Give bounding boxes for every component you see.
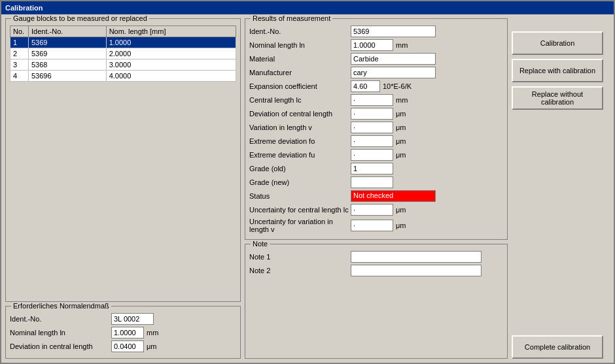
gauge-group: Gauge blocks to be measured or replaced … <box>5 18 241 302</box>
cell-ident: 5369 <box>29 48 107 59</box>
dev-central-unit: μm <box>396 110 406 118</box>
grade-old-label: Grade (old) <box>249 165 351 173</box>
cell-nom: 4.0000 <box>106 71 236 82</box>
grade-new-row: Grade (new) <box>249 176 503 188</box>
normalendmass-inner: Ident.-No. Nominal length ln mm Deviatio… <box>10 313 236 352</box>
grade-old-input[interactable] <box>351 163 393 174</box>
unc-v-row: Uncertainty for variation in length v μm <box>249 218 503 233</box>
cell-nom: 1.0000 <box>106 37 236 48</box>
deviation-input[interactable] <box>111 340 144 352</box>
cell-ident: 5368 <box>29 59 107 71</box>
results-inner: Ident.-No. Nominal length ln mm Material… <box>249 25 503 233</box>
manufacturer-input[interactable] <box>351 67 436 78</box>
extreme-fo-label: Extreme deviation fo <box>249 137 351 145</box>
extreme-fo-unit: μm <box>396 137 406 145</box>
grade-new-input[interactable] <box>351 176 393 188</box>
grade-old-row: Grade (old) <box>249 163 503 174</box>
left-panel: Gauge blocks to be measured or replaced … <box>5 18 241 359</box>
unc-lc-unit: μm <box>396 206 406 214</box>
window-title: Calibration <box>5 4 43 12</box>
ident-row: Ident.-No. <box>10 313 236 325</box>
expansion-unit: 10*E-6/K <box>383 82 412 90</box>
dev-central-input[interactable] <box>351 108 393 120</box>
extreme-fu-row: Extreme deviation fu μm <box>249 149 503 161</box>
note2-row: Note 2 <box>249 265 503 276</box>
res-ident-row: Ident.-No. <box>249 25 503 37</box>
ident-input[interactable] <box>111 313 154 325</box>
complete-button[interactable]: Complete calibration <box>512 335 603 359</box>
extreme-fu-unit: μm <box>396 151 406 159</box>
calibration-button[interactable]: Calibration <box>512 31 603 55</box>
res-nom-row: Nominal length ln mm <box>249 39 503 51</box>
central-length-label: Central length lc <box>249 96 351 104</box>
button-spacer <box>512 114 610 331</box>
replace-with-button[interactable]: Replace with calibration <box>512 59 603 82</box>
deviation-label: Deviation in central length <box>10 342 111 350</box>
note-inner: Note 1 Note 2 <box>249 251 503 276</box>
gauge-group-label: Gauge blocks to be measured or replaced <box>11 14 149 22</box>
col-no: No. <box>10 26 29 37</box>
res-ident-input[interactable] <box>351 25 436 37</box>
nom-length-row: Nominal length ln mm <box>10 327 236 339</box>
note1-label: Note 1 <box>249 253 351 261</box>
note1-input[interactable] <box>351 251 482 263</box>
cell-nom: 3.0000 <box>106 59 236 71</box>
res-nom-input[interactable] <box>351 39 393 51</box>
nom-length-label: Nominal length ln <box>10 329 111 337</box>
cell-no: 4 <box>10 71 29 82</box>
central-length-row: Central length lc mm <box>249 94 503 106</box>
unc-lc-input[interactable] <box>351 204 393 216</box>
deviation-unit: μm <box>147 342 157 350</box>
dev-central-label: Deviation of central length <box>249 110 351 118</box>
main-window: Calibration Gauge blocks to be measured … <box>0 0 615 364</box>
variation-input[interactable] <box>351 122 393 133</box>
manufacturer-row: Manufacturer <box>249 67 503 78</box>
table-row[interactable]: 1 5369 1.0000 <box>10 37 236 48</box>
material-input[interactable] <box>351 53 436 65</box>
nom-length-unit: mm <box>147 329 158 337</box>
deviation-row: Deviation in central length μm <box>10 340 236 352</box>
ident-label: Ident.-No. <box>10 315 111 323</box>
material-row: Material <box>249 53 503 65</box>
table-row[interactable]: 3 5368 3.0000 <box>10 59 236 71</box>
cell-nom: 2.0000 <box>106 48 236 59</box>
manufacturer-label: Manufacturer <box>249 69 351 76</box>
gauge-table: No. Ident.-No. Nom. length [mm] 1 5369 1… <box>10 25 236 82</box>
variation-label: Variation in length v <box>249 124 351 131</box>
replace-without-button[interactable]: Replace without calibration <box>512 86 603 110</box>
right-panel: Results of measurement Ident.-No. Nomina… <box>245 18 508 359</box>
unc-lc-label: Uncertainty for central length lc <box>249 206 351 214</box>
unc-lc-row: Uncertainty for central length lc μm <box>249 204 503 216</box>
extreme-fo-input[interactable] <box>351 135 393 147</box>
note2-label: Note 2 <box>249 267 351 274</box>
expansion-row: Expansion coefficient 10*E-6/K <box>249 80 503 92</box>
normalendmass-label: Erforderliches Normalendmaß <box>11 302 111 310</box>
res-nom-unit: mm <box>396 41 408 49</box>
expansion-input[interactable] <box>351 80 380 92</box>
cell-ident: 5369 <box>29 37 107 48</box>
title-bar: Calibration <box>1 1 614 14</box>
central-length-input[interactable] <box>351 94 393 106</box>
status-value: Not checked <box>351 190 436 202</box>
extreme-fu-label: Extreme deviation fu <box>249 151 351 159</box>
note2-input[interactable] <box>351 265 482 276</box>
grade-new-label: Grade (new) <box>249 178 351 186</box>
note1-row: Note 1 <box>249 251 503 263</box>
note-group: Note Note 1 Note 2 <box>245 244 508 359</box>
cell-no: 3 <box>10 59 29 71</box>
table-row[interactable]: 2 5369 2.0000 <box>10 48 236 59</box>
results-group: Results of measurement Ident.-No. Nomina… <box>245 18 508 240</box>
cell-no: 1 <box>10 37 29 48</box>
extreme-fu-input[interactable] <box>351 149 393 161</box>
expansion-label: Expansion coefficient <box>249 82 351 90</box>
extreme-fo-row: Extreme deviation fo μm <box>249 135 503 147</box>
res-ident-label: Ident.-No. <box>249 27 351 35</box>
central-length-unit: mm <box>396 96 408 104</box>
gauge-table-container: No. Ident.-No. Nom. length [mm] 1 5369 1… <box>10 25 236 82</box>
unc-v-input[interactable] <box>351 220 393 231</box>
results-label: Results of measurement <box>251 14 332 22</box>
nom-length-input[interactable] <box>111 327 144 339</box>
col-ident: Ident.-No. <box>29 26 107 37</box>
variation-row: Variation in length v μm <box>249 122 503 133</box>
table-row[interactable]: 4 53696 4.0000 <box>10 71 236 82</box>
